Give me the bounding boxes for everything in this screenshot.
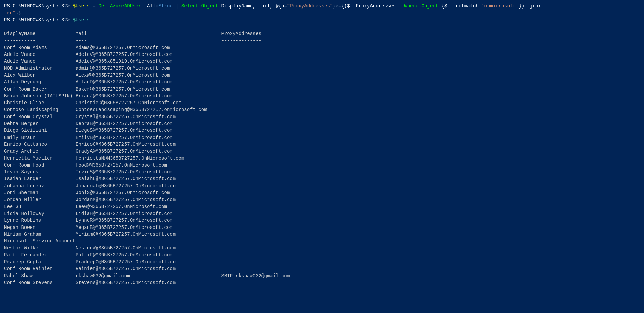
cmd-equals: = <box>90 3 98 9</box>
table-row: Grady Archie GradyA@M365B727257.OnMicros… <box>4 148 640 155</box>
table-row: Alex Wilber AlexW@M365B727257.OnMicrosof… <box>4 72 640 79</box>
table-row: Debra Berger DebraB@M365B727257.OnMicros… <box>4 120 640 127</box>
prompt-2: PS C:\WINDOWS\system32> <box>4 17 73 23</box>
cmd-get-azureaduser: Get-AzureADUser <box>98 3 141 9</box>
cmd-select-object: Select-Object <box>181 3 218 9</box>
table-row: Conf Room Rainier Rainier@M365B727257.On… <box>4 265 640 272</box>
table-body: Conf Room Adams Adams@M365B727257.OnMicr… <box>4 44 640 286</box>
table-row: Adele Vance AdeleV@M365B727257.OnMicroso… <box>4 51 640 58</box>
table-row: Miriam Graham MiriamG@M365B727257.OnMicr… <box>4 231 640 238</box>
select-params: DisplayName, mail, <box>218 3 276 9</box>
table-row: Christie Cline ChristieC@M365B727257.OnM… <box>4 99 640 106</box>
sep-mail: ---- <box>76 38 221 43</box>
table-row: Rahul Shaw rkshaw032@gmail.com SMTP:rksh… <box>4 272 640 279</box>
table-row: Megan Bowen MeganB@M365B727257.OnMicroso… <box>4 224 640 231</box>
table-row: Joni Sherman JoniS@M365B727257.OnMicroso… <box>4 189 640 196</box>
table-row: Contoso Landscaping ContosoLandscaping@M… <box>4 106 640 113</box>
rn-string: "rn" <box>4 10 16 16</box>
table-row: Irvin Sayers IrvinS@M365B727257.OnMicros… <box>4 169 640 175</box>
table-row: Jordan Miller JordanM@M365B727257.OnMicr… <box>4 196 640 203</box>
table-row: Conf Room Adams Adams@M365B727257.OnMicr… <box>4 44 640 51</box>
sep-proxy: -------------- <box>221 38 262 43</box>
cmd-all-param: -All: <box>141 3 158 9</box>
join-part: }) -join <box>518 3 541 9</box>
table-row: Patti Fernandez PattiF@M365B727257.OnMic… <box>4 252 640 259</box>
table-row: Johanna Lorenz JohannaL@M365B727257.OnMi… <box>4 183 640 189</box>
hash-close: }} <box>16 10 21 16</box>
pipe-1: | <box>173 3 181 9</box>
hash-open: @{n= <box>276 3 287 9</box>
table-row: Enrico Cattaneo EnricoC@M365B727257.OnMi… <box>4 141 640 148</box>
col-header-proxy: ProxyAddresses <box>221 31 262 36</box>
where-block: {$_ -notmatch <box>439 3 481 9</box>
table-row: Lee Gu LeeG@M365B727257.OnMicrosoft.com <box>4 203 640 210</box>
table-row: Microsoft Service Account <box>4 238 640 245</box>
table-row: Conf Room Baker Baker@M365B727257.OnMicr… <box>4 86 640 93</box>
table-row: Pradeep Gupta PradeepG@M365B727257.OnMic… <box>4 259 640 265</box>
table-row: Conf Room Hood Hood@M365B727257.OnMicros… <box>4 162 640 169</box>
table-row: MOD Administrator admin@M365B727257.OnMi… <box>4 65 640 72</box>
table-row: Allan Deyoung AllanD@M365B727257.OnMicro… <box>4 79 640 85</box>
notmatch-string: 'onmicrosoft' <box>481 3 518 9</box>
table-row: Lidia Holloway LidiaH@M365B727257.OnMicr… <box>4 210 640 217</box>
cmd-where-object: Where-Object <box>404 3 439 9</box>
table-row: Brian Johnson (TAILSPIN) BrianJ@M365B727… <box>4 93 640 99</box>
hash-mid: ;e={($_.ProxyAddresses | <box>333 3 404 9</box>
table-row: Nestor Wilke NestorW@M365B727257.OnMicro… <box>4 245 640 251</box>
proxy-label: "ProxyAddresses" <box>287 3 333 9</box>
col-header-mail: Mail <box>76 31 221 36</box>
table-row: Conf Room Stevens Stevens@M365B727257.On… <box>4 279 640 286</box>
table-row: Henrietta Mueller HenriettaM@M365B727257… <box>4 155 640 162</box>
sep-displayname: ----------- <box>4 38 76 43</box>
table-row: Adele Vance AdeleV@M365x851919.OnMicroso… <box>4 58 640 65</box>
col-header-displayname: DisplayName <box>4 31 76 36</box>
bool-true: $true <box>159 3 173 9</box>
prompt-1: PS C:\WINDOWS\system32> <box>4 3 73 9</box>
var-users-2: $Users <box>73 17 90 23</box>
table-row: Lynne Robbins LynneR@M365B727257.OnMicro… <box>4 217 640 224</box>
table-row: Emily Braun EmilyB@M365B727257.OnMicroso… <box>4 134 640 141</box>
var-users: $Users <box>73 3 90 9</box>
table-row: Diego Siciliani DiegoS@M365B727257.OnMic… <box>4 127 640 134</box>
table-row: Conf Room Crystal Crystal@M365B727257.On… <box>4 113 640 120</box>
table-row: Isaiah Langer IsaiahL@M365B727257.OnMicr… <box>4 175 640 182</box>
